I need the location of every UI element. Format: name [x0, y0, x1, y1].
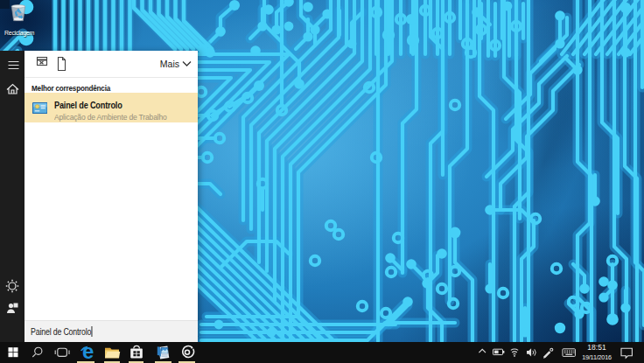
- svg-text:e: e: [82, 342, 94, 363]
